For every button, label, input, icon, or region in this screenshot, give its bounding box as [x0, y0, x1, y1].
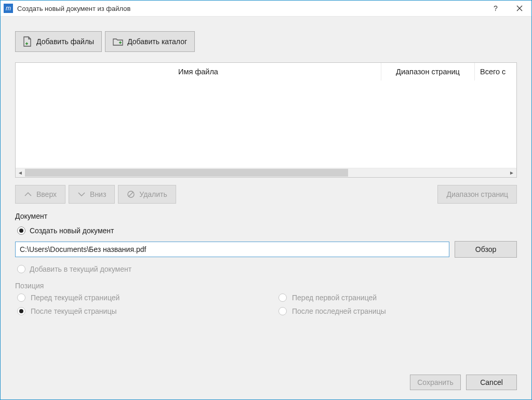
list-body[interactable]	[16, 81, 516, 168]
add-files-label: Добавить файлы	[36, 37, 94, 46]
toolbar: Добавить файлы Добавить каталог	[6, 22, 526, 59]
radio-icon	[278, 294, 287, 302]
radio-add-current-label: Добавить в текущий документ	[30, 265, 131, 273]
column-page-range[interactable]: Диапазон страниц	[381, 63, 475, 81]
output-path-input[interactable]	[15, 242, 449, 257]
document-section-label: Документ	[15, 212, 517, 220]
dialog-footer: Сохранить Cancel	[6, 367, 526, 395]
move-down-label: Вниз	[90, 190, 106, 198]
radio-icon	[17, 265, 25, 273]
radio-before-first-label: Перед первой страницей	[292, 294, 377, 302]
dialog-window: m Создать новый документ из файлов ? Доб…	[0, 0, 532, 400]
page-range-label: Диапазон страниц	[446, 190, 508, 198]
chevron-up-icon	[24, 191, 32, 197]
radio-icon	[17, 226, 25, 235]
help-button[interactable]: ?	[484, 1, 508, 17]
page-range-button[interactable]: Диапазон страниц	[437, 185, 517, 204]
add-folder-icon	[113, 37, 123, 46]
svg-text:m: m	[6, 5, 11, 12]
scroll-thumb[interactable]	[25, 169, 348, 177]
scroll-right-icon[interactable]: ►	[507, 168, 516, 177]
move-up-label: Вверх	[36, 190, 57, 198]
horizontal-scrollbar[interactable]: ◄ ►	[16, 168, 516, 177]
file-list: Имя файла Диапазон страниц Всего с ◄ ►	[15, 62, 517, 178]
radio-create-new-label: Создать новый документ	[30, 226, 114, 235]
radio-after-last-label: После последней страницы	[292, 307, 386, 315]
cancel-button[interactable]: Cancel	[466, 375, 517, 390]
add-files-button[interactable]: Добавить файлы	[15, 31, 102, 52]
list-header: Имя файла Диапазон страниц Всего с	[16, 63, 516, 81]
svg-text:?: ?	[494, 5, 498, 12]
scroll-left-icon[interactable]: ◄	[16, 168, 25, 177]
column-total-pages[interactable]: Всего с	[475, 63, 516, 81]
close-button[interactable]	[508, 1, 531, 17]
radio-after-current: После текущей страницы	[15, 305, 256, 317]
radio-before-current: Перед текущей страницей	[15, 292, 256, 303]
add-folder-button[interactable]: Добавить каталог	[105, 31, 195, 52]
app-icon: m	[4, 4, 13, 13]
column-filename[interactable]: Имя файла	[16, 63, 381, 81]
document-section: Документ Создать новый документ Обзор До…	[15, 212, 517, 276]
radio-after-last: После последней страницы	[276, 305, 517, 317]
no-icon	[127, 190, 135, 198]
radio-before-current-label: Перед текущей страницей	[31, 294, 119, 302]
move-down-button[interactable]: Вниз	[69, 185, 115, 204]
window-title: Создать новый документ из файлов	[17, 5, 484, 12]
scroll-track[interactable]	[25, 168, 507, 177]
save-button[interactable]: Сохранить	[410, 375, 461, 390]
add-file-icon	[23, 36, 32, 47]
browse-button[interactable]: Обзор	[455, 241, 517, 258]
title-bar: m Создать новый документ из файлов ?	[1, 1, 531, 17]
list-actions: Вверх Вниз Удалить Диапазон страниц	[15, 185, 517, 204]
radio-before-first: Перед первой страницей	[276, 292, 517, 303]
position-section-label: Позиция	[15, 282, 517, 290]
delete-label: Удалить	[139, 190, 167, 198]
radio-icon	[17, 294, 25, 302]
radio-icon	[17, 307, 25, 315]
client-area: Добавить файлы Добавить каталог Имя файл…	[1, 17, 531, 399]
delete-button[interactable]: Удалить	[118, 185, 176, 204]
move-up-button[interactable]: Вверх	[15, 185, 65, 204]
radio-after-current-label: После текущей страницы	[31, 307, 117, 315]
radio-create-new[interactable]: Создать новый документ	[15, 223, 517, 238]
radio-add-current: Добавить в текущий документ	[15, 262, 517, 276]
position-section: Позиция Перед текущей страницей Перед пе…	[15, 282, 517, 317]
chevron-down-icon	[77, 191, 86, 197]
add-folder-label: Добавить каталог	[127, 37, 187, 46]
radio-icon	[278, 307, 287, 315]
position-grid: Перед текущей страницей Перед первой стр…	[15, 292, 517, 317]
path-row: Обзор	[15, 241, 517, 258]
